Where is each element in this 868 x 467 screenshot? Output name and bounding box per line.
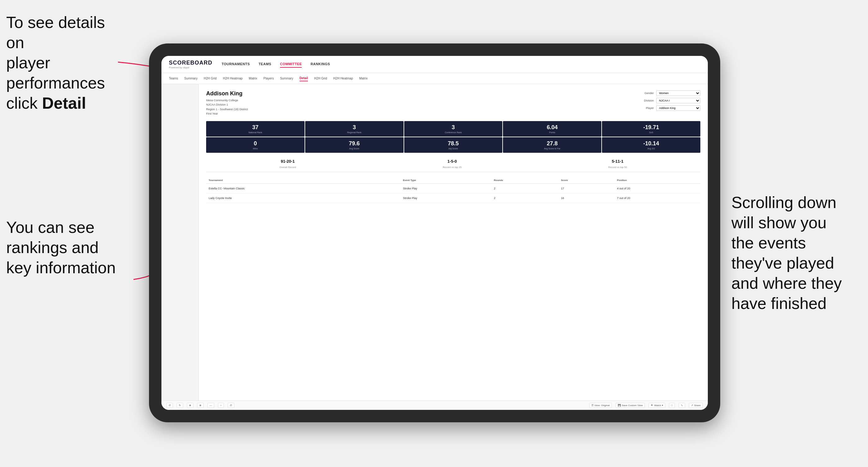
toolbar-timer[interactable]: ⏱ bbox=[227, 403, 235, 408]
nav-rankings[interactable]: RANKINGS bbox=[310, 61, 330, 68]
stat-avg-score-par: 27.8 Avg Score to Par bbox=[503, 137, 601, 153]
col-score: Score bbox=[558, 177, 615, 184]
detail-panel: Addison King Mesa Community College NJCA… bbox=[199, 84, 708, 401]
filter-player: Player Addison King bbox=[638, 105, 700, 111]
gender-select[interactable]: Women bbox=[656, 90, 700, 96]
col-event-type: Event Type bbox=[400, 177, 491, 184]
position-2: 7 out of 20 bbox=[615, 193, 701, 203]
toolbar-redo[interactable]: ↻ bbox=[177, 403, 183, 408]
filter-gender: Gender Women bbox=[638, 90, 700, 96]
watch-icon: 👁 bbox=[651, 404, 653, 407]
watch-label: Watch ▾ bbox=[654, 404, 663, 407]
stat-regional-rank: 3 Regional Rank bbox=[305, 121, 404, 136]
share-label: Share bbox=[694, 404, 701, 407]
player-division: NJCAA Division 1 bbox=[206, 102, 248, 107]
player-name: Addison King bbox=[206, 90, 248, 97]
view-original-label: View: Original bbox=[594, 404, 610, 407]
tablet-screen: SCOREBOARD Powered by clippd TOURNAMENTS… bbox=[161, 56, 708, 410]
stat-sos: -19.71 SoS bbox=[602, 121, 700, 136]
stat-avg-score: 79.6 Avg Score bbox=[305, 137, 404, 153]
player-year: First Year bbox=[206, 112, 248, 116]
nav-committee[interactable]: COMMITTEE bbox=[280, 61, 302, 68]
stat-wins: 0 Wins bbox=[206, 137, 305, 153]
stat-conference-rank: 3 Conference Rank bbox=[404, 121, 503, 136]
gender-label: Gender bbox=[638, 92, 654, 95]
toolbar-add2[interactable]: ⊕ bbox=[197, 403, 204, 408]
subnav-players[interactable]: Players bbox=[264, 76, 274, 81]
subnav-summary[interactable]: Summary bbox=[184, 76, 197, 81]
event-type-1: Stroke Play bbox=[400, 184, 491, 193]
view-original-icon: ☰ bbox=[591, 404, 594, 407]
player-filters: Gender Women Division NJCAA I bbox=[638, 90, 700, 116]
toolbar-circle[interactable]: ○ bbox=[218, 403, 224, 408]
left-panel bbox=[161, 84, 199, 401]
bottom-toolbar: ↺ ↻ ⊕ ⊕ — ○ ⏱ ☰ View: Original 💾 Save Cu… bbox=[161, 401, 708, 410]
tournament-name-1: Estella CC- Mountain Classic bbox=[206, 184, 400, 193]
toolbar-layout[interactable]: □ bbox=[669, 403, 675, 408]
logo-area: SCOREBOARD Powered by clippd bbox=[169, 60, 212, 69]
toolbar-save-custom[interactable]: 💾 Save Custom View bbox=[616, 403, 645, 408]
player-header: Addison King Mesa Community College NJCA… bbox=[206, 90, 700, 116]
col-tournament: Tournament bbox=[206, 177, 400, 184]
subnav-matrix[interactable]: Matrix bbox=[249, 76, 257, 81]
toolbar-undo[interactable]: ↺ bbox=[166, 403, 173, 408]
stat-points: 6.04 Points bbox=[503, 121, 601, 136]
subnav-h2h-heatmap2[interactable]: H2H Heatmap bbox=[333, 76, 353, 81]
position-1: 4 out of 20 bbox=[615, 184, 701, 193]
toolbar-expand[interactable]: ⤡ bbox=[679, 403, 685, 408]
record-top50: 5-11-1 Record vs top 50 bbox=[608, 159, 627, 169]
save-custom-label: Save Custom View bbox=[622, 404, 643, 407]
tournament-table: Tournament Event Type Rounds Score Posit… bbox=[206, 177, 700, 203]
records-row: 91-20-1 Overall Record 1-5-0 Record vs t… bbox=[206, 156, 700, 172]
nav-teams[interactable]: TEAMS bbox=[258, 61, 271, 68]
subnav-h2h-heatmap[interactable]: H2H Heatmap bbox=[223, 76, 243, 81]
filter-division: Division NJCAA I bbox=[638, 98, 700, 103]
subnav-h2h-grid[interactable]: H2H Grid bbox=[204, 76, 217, 81]
col-rounds: Rounds bbox=[491, 177, 558, 184]
share-icon: ↗ bbox=[691, 404, 693, 407]
player-info: Addison King Mesa Community College NJCA… bbox=[206, 90, 248, 116]
nav-tournaments[interactable]: TOURNAMENTS bbox=[222, 61, 250, 68]
toolbar-watch[interactable]: 👁 Watch ▾ bbox=[649, 403, 665, 408]
stat-avg-sg: -10.14 Avg SG bbox=[602, 137, 700, 153]
rounds-1: 2 bbox=[491, 184, 558, 193]
col-position: Position bbox=[615, 177, 701, 184]
annotation-bottomleft: You can see rankings and key information bbox=[6, 217, 118, 278]
main-nav: TOURNAMENTS TEAMS COMMITTEE RANKINGS bbox=[222, 61, 330, 68]
division-label: Division bbox=[638, 99, 654, 102]
table-row: Lady Coyote Invite Stroke Play 2 16 7 ou… bbox=[206, 193, 700, 203]
toolbar-view-original[interactable]: ☰ View: Original bbox=[589, 403, 612, 408]
annotation-topleft: To see details on player performances cl… bbox=[6, 12, 124, 113]
rounds-2: 2 bbox=[491, 193, 558, 203]
subnav-detail[interactable]: Detail bbox=[300, 75, 308, 81]
table-row: Estella CC- Mountain Classic Stroke Play… bbox=[206, 184, 700, 193]
score-1: 17 bbox=[558, 184, 615, 193]
toolbar-minus[interactable]: — bbox=[207, 403, 214, 408]
stats-row-1: 37 National Rank 3 Regional Rank 3 Confe… bbox=[206, 121, 700, 136]
player-select[interactable]: Addison King bbox=[656, 105, 700, 111]
save-icon: 💾 bbox=[618, 404, 621, 407]
subnav-summary2[interactable]: Summary bbox=[280, 76, 293, 81]
score-2: 16 bbox=[558, 193, 615, 203]
tournament-name-2: Lady Coyote Invite bbox=[206, 193, 400, 203]
logo-sub: Powered by clippd bbox=[169, 66, 212, 69]
division-select[interactable]: NJCAA I bbox=[656, 98, 700, 103]
event-type-2: Stroke Play bbox=[400, 193, 491, 203]
tablet: SCOREBOARD Powered by clippd TOURNAMENTS… bbox=[149, 43, 720, 422]
subnav-h2h-grid2[interactable]: H2H Grid bbox=[314, 76, 327, 81]
player-region: Region 1 - Southwest (18) District bbox=[206, 107, 248, 112]
sub-nav: Teams Summary H2H Grid H2H Heatmap Matri… bbox=[161, 73, 708, 84]
subnav-matrix2[interactable]: Matrix bbox=[359, 76, 368, 81]
toolbar-add1[interactable]: ⊕ bbox=[187, 403, 193, 408]
subnav-teams[interactable]: Teams bbox=[169, 76, 178, 81]
logo: SCOREBOARD bbox=[169, 60, 212, 66]
stat-national-rank: 37 National Rank bbox=[206, 121, 305, 136]
player-college: Mesa Community College bbox=[206, 98, 248, 102]
stat-adj-score: 78.5 Adj Score bbox=[404, 137, 503, 153]
top-nav: SCOREBOARD Powered by clippd TOURNAMENTS… bbox=[161, 56, 708, 73]
main-content: Addison King Mesa Community College NJCA… bbox=[161, 84, 708, 401]
player-label: Player bbox=[638, 106, 654, 110]
annotation-right: Scrolling down will show you the events … bbox=[732, 192, 862, 314]
record-top25: 1-5-0 Record vs top 25 bbox=[443, 159, 461, 169]
toolbar-share[interactable]: ↗ Share bbox=[689, 403, 703, 408]
